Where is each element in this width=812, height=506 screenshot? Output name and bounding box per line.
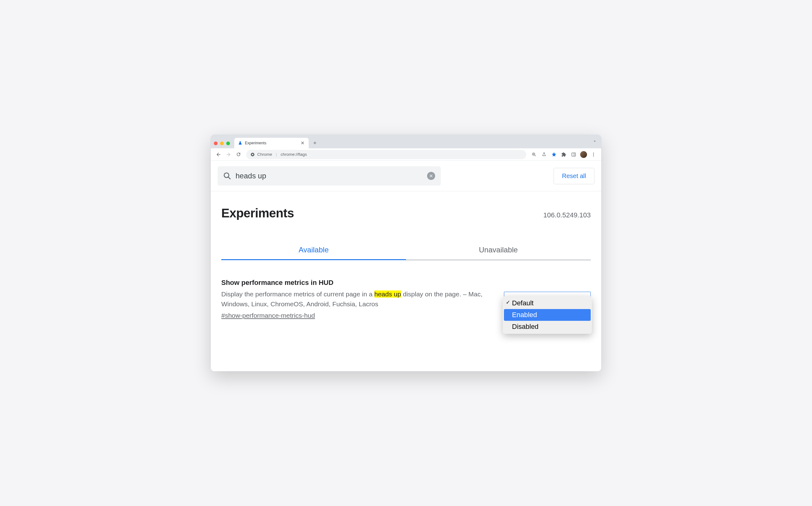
tab-available[interactable]: Available [221,241,406,260]
reset-all-button[interactable]: Reset all [553,168,594,184]
address-bar[interactable]: Chrome | chrome://flags [246,150,526,159]
close-tab-button[interactable]: ✕ [300,141,305,146]
toolbar-actions [529,150,598,159]
svg-point-1 [252,154,253,155]
share-icon[interactable] [539,150,548,159]
flask-icon [238,141,242,145]
page-content: Reset all Experiments 106.0.5249.103 Ava… [211,161,601,371]
tab-unavailable[interactable]: Unavailable [406,241,591,260]
version-label: 106.0.5249.103 [543,211,591,219]
security-chip: Chrome [257,152,272,157]
search-highlight: heads up [374,290,401,298]
flag-desc-before: Display the performance metrics of curre… [221,290,374,298]
dropdown-option-default[interactable]: Default [504,297,591,309]
flag-entry: Show performance metrics in HUD Display … [221,260,591,329]
search-input[interactable] [235,172,423,180]
dropdown-option-disabled[interactable]: Disabled [504,321,591,333]
dropdown-menu: DefaultEnabledDisabled [503,296,592,334]
svg-point-11 [224,173,229,177]
traffic-lights [214,142,230,145]
flag-permalink[interactable]: #show-performance-metrics-hud [221,312,315,319]
content-wrap: Experiments 106.0.5249.103 Available Una… [211,191,601,329]
svg-rect-6 [572,153,576,156]
back-button[interactable] [214,150,223,159]
extensions-icon[interactable] [559,150,569,159]
flag-description: Display the performance metrics of curre… [221,289,492,309]
forward-button[interactable] [224,150,233,159]
svg-point-8 [593,153,594,154]
page-title: Experiments [221,206,294,220]
toolbar: Chrome | chrome://flags [211,148,601,161]
page-header: Experiments 106.0.5249.103 [221,191,591,223]
fullscreen-window-button[interactable] [226,142,230,145]
search-box [218,166,441,185]
bookmark-star-icon[interactable] [549,150,559,159]
side-panel-icon[interactable] [569,150,578,159]
svg-line-12 [228,177,230,179]
flag-text: Show performance metrics in HUD Display … [221,279,492,319]
reload-button[interactable] [234,150,243,159]
menu-button[interactable] [589,150,598,159]
new-tab-button[interactable]: + [310,139,319,147]
chrome-icon [250,152,255,157]
search-icon [223,172,231,180]
dropdown-option-enabled[interactable]: Enabled [504,309,591,321]
flag-title: Show performance metrics in HUD [221,279,492,287]
tabs-dropdown-button[interactable] [593,139,597,145]
svg-point-10 [593,156,594,156]
clear-search-button[interactable] [427,172,435,180]
svg-point-9 [593,154,594,155]
search-row: Reset all [211,161,601,191]
tab-strip: Experiments ✕ + [211,135,601,148]
zoom-icon[interactable] [529,150,539,159]
flag-dropdown[interactable]: DefaultEnabledDisabled [504,292,591,319]
omnibox-divider: | [276,152,277,157]
flags-tabs: Available Unavailable [221,241,591,260]
svg-line-3 [535,155,535,156]
close-window-button[interactable] [214,142,218,145]
tab-title: Experiments [245,141,298,145]
browser-window: Experiments ✕ + Chrome | chrome://flags [211,135,601,371]
minimize-window-button[interactable] [220,142,224,145]
url-text: chrome://flags [281,152,307,157]
profile-avatar[interactable] [580,151,587,158]
browser-tab[interactable]: Experiments ✕ [234,138,309,148]
